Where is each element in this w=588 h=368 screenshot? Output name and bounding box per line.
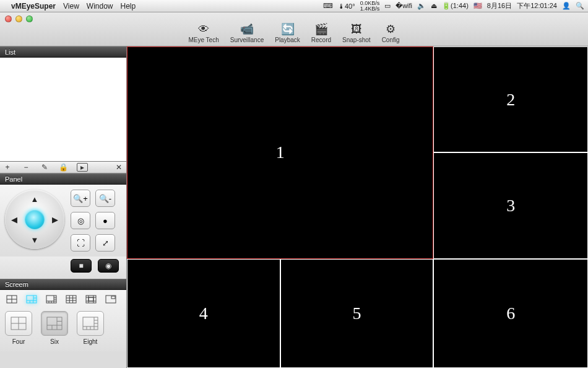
device-list[interactable] [0,58,126,162]
svg-rect-28 [106,296,116,303]
user-icon[interactable]: 👤 [562,2,571,10]
ptz-up-button[interactable]: ▲ [29,193,40,204]
zoom-out-button[interactable]: 🔍- [95,190,115,207]
display-menu-icon[interactable]: ▭ [384,2,391,10]
iris-close-button[interactable]: ● [95,212,115,229]
status-temp: 🌡40° [338,2,355,10]
layout-6-button[interactable] [25,294,38,305]
wifi-icon[interactable]: �wifi [396,2,412,10]
edit-button[interactable]: ✎ [40,163,50,172]
ptz-dial: ▲ ▼ ◀ ▶ [5,190,64,249]
spotlight-icon[interactable]: 🔍 [576,2,584,10]
svg-rect-17 [66,296,76,303]
snapshot-icon: 🖼 [348,22,365,37]
playback-icon: 🔄 [279,22,296,37]
iris-close-icon: ● [103,216,108,226]
layout-8-button[interactable] [45,294,58,305]
play-button[interactable]: ▸ [77,163,88,172]
status-net: 0.0KB/s1.4KB/s [360,1,380,12]
iris-open-icon: ◎ [77,216,84,226]
video-cell-5[interactable]: 5 [280,259,434,368]
layout-four-button[interactable]: Four [5,311,32,345]
record-icon: 🎬 [313,22,330,37]
volume-icon[interactable]: 🔈 [417,2,426,10]
layout-label: Six [50,338,59,345]
layout-9-button[interactable] [64,294,78,305]
svg-rect-22 [86,296,96,303]
layout-label: Four [12,338,25,345]
focus-near-button[interactable]: ⛶ [71,234,90,252]
ptz-right-button[interactable]: ▶ [50,214,61,225]
eye-icon: 👁 [195,22,212,37]
toolbar-config[interactable]: ⚙ Config [382,22,400,43]
toolbar-snapshot[interactable]: 🖼 Snap-shot [342,22,371,43]
toolbar-label: MEye Tech [188,37,218,43]
eject-icon[interactable]: ⏏ [431,2,437,10]
toolbar-label: Config [382,37,400,43]
layout-4-button[interactable] [5,294,19,305]
mac-menubar: vMEyeSuper View Window Help ⌨ 🌡40° 0.0KB… [0,0,588,12]
zoom-in-icon: 🔍+ [73,194,88,203]
toolbar-label: Playback [275,37,300,43]
keyboard-input-icon[interactable]: ⌨ [323,2,333,10]
camera-icon: ◉ [105,261,111,270]
window-minimize-button[interactable] [15,15,22,22]
toolbar-surveillance[interactable]: 📹 Surveillance [230,22,264,43]
lock-button[interactable]: 🔒 [58,163,68,172]
zoom-out-icon: 🔍- [99,194,111,203]
focus-near-icon: ⛶ [77,239,85,248]
battery-icon[interactable]: 🔋(1:44) [442,2,469,10]
screen-section-header: Screem [0,279,126,290]
toolbar-playback[interactable]: 🔄 Playback [275,22,300,43]
layout-13-button[interactable] [84,294,98,305]
layout-pip-button[interactable] [104,294,118,305]
menu-help[interactable]: Help [121,2,136,11]
iris-open-button[interactable]: ◎ [71,212,90,229]
layout-six-button[interactable]: Six [41,311,68,345]
focus-far-button[interactable]: ⤢ [95,234,115,252]
video-cell-2[interactable]: 2 [433,46,588,152]
add-button[interactable]: + [2,163,12,172]
window-titlebar: 👁 MEye Tech 📹 Surveillance 🔄 Playback 🎬 … [0,12,588,46]
sidebar: List + − ✎ 🔒 ▸ ✕ Panel ▲ ▼ ◀ ▶ 🔍+ � [0,46,127,368]
window-zoom-button[interactable] [26,15,33,22]
gear-icon: ⚙ [382,22,399,37]
svg-rect-3 [27,296,37,303]
camera-icon: 📹 [238,22,256,37]
ptz-down-button[interactable]: ▼ [29,234,40,245]
toolbar-record[interactable]: 🎬 Record [311,22,331,43]
zoom-in-button[interactable]: 🔍+ [71,190,90,207]
toolbar-label: Snap-shot [342,37,371,43]
video-grid: 1 2 3 4 5 6 [127,46,588,368]
video-cell-4[interactable]: 4 [127,259,280,368]
svg-rect-29 [111,296,115,299]
toolbar-label: Record [311,37,331,43]
ptz-center-button[interactable] [25,209,45,229]
snapshot-button[interactable]: ◉ [98,259,119,273]
toolbar-meye-tech[interactable]: 👁 MEye Tech [188,22,218,43]
svg-rect-33 [47,317,62,330]
menu-window[interactable]: Window [87,2,113,11]
panel-section-header: Panel [0,173,126,185]
status-date: 8月16日 [487,1,512,11]
video-cell-3[interactable]: 3 [433,152,588,258]
videocam-icon: ■ [79,261,83,270]
record-button[interactable]: ■ [71,259,92,273]
status-time: 下午12:01:24 [517,1,557,11]
video-cell-1[interactable]: 1 [127,46,433,259]
layout-label: Eight [84,338,98,345]
app-name[interactable]: vMEyeSuper [11,2,56,11]
window-close-button[interactable] [5,15,12,22]
svg-rect-23 [89,297,93,301]
list-section-header: List [0,46,126,58]
ptz-left-button[interactable]: ◀ [9,214,20,225]
main-toolbar: 👁 MEye Tech 📹 Surveillance 🔄 Playback 🎬 … [0,12,588,46]
close-list-button[interactable]: ✕ [114,163,124,172]
menu-view[interactable]: View [63,2,79,11]
layout-eight-button[interactable]: Eight [77,311,104,345]
toolbar-label: Surveillance [230,37,264,43]
flag-us-icon[interactable]: 🇺🇸 [473,2,482,10]
video-cell-6[interactable]: 6 [433,259,588,368]
remove-button[interactable]: − [21,163,31,172]
focus-far-icon: ⤢ [102,239,109,248]
